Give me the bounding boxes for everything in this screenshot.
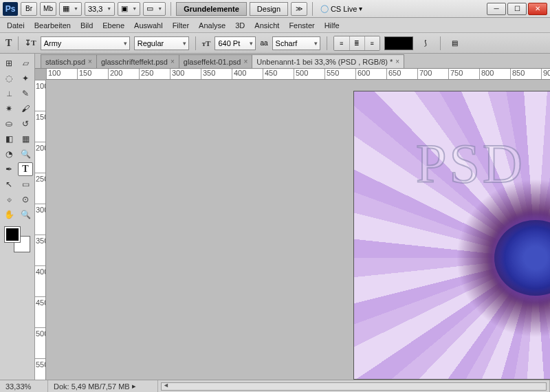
bridge-button[interactable]: Br — [21, 2, 37, 16]
divider — [195, 36, 196, 50]
healing-tool[interactable]: ✷ — [1, 102, 16, 116]
document-tab[interactable]: statisch.psd× — [41, 54, 97, 68]
menu-ebene[interactable]: Ebene — [102, 21, 124, 30]
flower-center — [494, 220, 550, 296]
move-tool[interactable]: ⊞ — [1, 56, 16, 70]
menu-3d[interactable]: 3D — [235, 21, 245, 30]
font-size-icon: тT — [202, 39, 211, 47]
document-tab[interactable]: glasschrifteffekt.psd× — [96, 54, 179, 68]
text-align-group: ≡ ≣ ≡ — [333, 36, 380, 51]
antialias-dropdown[interactable]: Scharf — [272, 36, 320, 50]
pen-tool[interactable]: ✒ — [1, 162, 16, 176]
title-bar: Ps Br Mb ▦ 33,3 ▣ ▭ Grundelemente Design… — [0, 0, 550, 18]
close-button[interactable]: ✕ — [528, 3, 547, 15]
doc-size: Dok: 5,49 MB/7,57 MB ▸ — [48, 380, 158, 392]
workspace: ⊞▱ ◌✦ ⟂✎ ✷🖌 ⛀↺ ◧▦ ◔🔍 ✒T ↖▭ ⟐⊙ ✋🔍 statisc… — [0, 54, 550, 380]
menu-analyse[interactable]: Analyse — [199, 21, 226, 30]
text-color-swatch[interactable] — [384, 36, 413, 50]
menu-datei[interactable]: Datei — [7, 21, 25, 30]
foreground-color-swatch[interactable] — [5, 227, 20, 242]
image-content: PSD ⌶ — [353, 91, 550, 380]
status-bar: 33,33% Dok: 5,49 MB/7,57 MB ▸ — [0, 380, 550, 392]
tool-panel: ⊞▱ ◌✦ ⟂✎ ✷🖌 ⛀↺ ◧▦ ◔🔍 ✒T ↖▭ ⟐⊙ ✋🔍 — [0, 54, 35, 380]
align-center-button[interactable]: ≣ — [349, 36, 364, 50]
gradient-tool[interactable]: ▦ — [18, 132, 33, 146]
horizontal-ruler: 1001502002503003504004505005506006507007… — [46, 69, 550, 80]
divider — [170, 2, 171, 16]
font-size-dropdown[interactable]: 640 Pt — [214, 36, 256, 50]
watermark-text: PSD — [416, 133, 525, 195]
stamp-tool[interactable]: ⛀ — [1, 117, 16, 131]
cslive-icon: ◯ — [320, 4, 329, 13]
screenmode-dropdown[interactable]: ▭ — [143, 2, 166, 16]
dodge-tool[interactable]: 🔍 — [18, 147, 33, 161]
photoshop-logo: Ps — [3, 2, 18, 16]
document-tab[interactable]: glaseffekt-01.psd× — [179, 54, 252, 68]
antialias-label: aa — [260, 39, 267, 47]
menu-bild[interactable]: Bild — [80, 21, 93, 30]
zoom-level[interactable]: 33,33% — [0, 380, 48, 392]
eyedropper-tool[interactable]: ✎ — [18, 87, 33, 100]
menu-filter[interactable]: Filter — [173, 21, 189, 30]
history-brush-tool[interactable]: ↺ — [18, 117, 33, 131]
menu-ansicht[interactable]: Ansicht — [254, 21, 279, 30]
maximize-button[interactable]: ☐ — [507, 3, 527, 15]
hand-tool[interactable]: ✋ — [1, 208, 16, 221]
font-style-dropdown[interactable]: Regular — [134, 36, 189, 50]
zoom-tool[interactable]: 🔍 — [18, 208, 33, 221]
type-tool-icon: T — [6, 38, 12, 49]
warp-text-button[interactable]: ⟆ — [417, 36, 434, 50]
divider — [18, 36, 19, 50]
document-tab[interactable]: Unbenannt-1 bei 33,3% (PSD , RGB/8) *× — [252, 54, 404, 68]
vertical-ruler: 1001502002503003504004505005506006507007… — [35, 80, 46, 380]
divider — [327, 36, 327, 50]
crop-tool[interactable]: ⟂ — [1, 87, 16, 100]
minibridge-button[interactable]: Mb — [40, 2, 56, 16]
workspace-tab-design[interactable]: Design — [250, 2, 288, 16]
brush-tool[interactable]: 🖌 — [18, 102, 33, 116]
lasso-tool[interactable]: ◌ — [1, 72, 16, 85]
align-right-button[interactable]: ≡ — [364, 36, 380, 50]
type-tool[interactable]: T — [18, 162, 33, 176]
document-area: statisch.psd×glasschrifteffekt.psd×glase… — [35, 54, 550, 380]
3d-tool[interactable]: ⟐ — [1, 193, 16, 206]
canvas[interactable]: PSD ⌶ — [46, 80, 550, 380]
zoom-dropdown[interactable]: 33,3 — [85, 2, 115, 16]
orientation-icon[interactable]: ↧T — [25, 39, 36, 47]
cslive-button[interactable]: ◯ CS Live ▾ — [318, 2, 365, 16]
marquee-tool[interactable]: ▱ — [18, 56, 33, 70]
workspace-more-button[interactable]: ≫ — [291, 2, 307, 16]
character-panel-button[interactable]: ▤ — [447, 36, 463, 50]
arrange-dropdown[interactable]: ▣ — [118, 2, 140, 16]
menu-bar: DateiBearbeitenBildEbeneAuswahlFilterAna… — [0, 18, 550, 33]
color-swatches[interactable] — [5, 227, 30, 252]
layout-dropdown[interactable]: ▦ — [59, 2, 82, 16]
document-tabs: statisch.psd×glasschrifteffekt.psd×glase… — [35, 54, 550, 69]
close-tab-icon[interactable]: × — [243, 58, 248, 65]
close-tab-icon[interactable]: × — [170, 58, 175, 65]
magic-wand-tool[interactable]: ✦ — [18, 72, 33, 85]
blur-tool[interactable]: ◔ — [1, 147, 16, 161]
3d-camera-tool[interactable]: ⊙ — [18, 193, 33, 206]
font-family-dropdown[interactable]: Army — [41, 36, 130, 50]
align-left-button[interactable]: ≡ — [334, 36, 349, 50]
close-tab-icon[interactable]: × — [88, 58, 92, 65]
workspace-tab-essentials[interactable]: Grundelemente — [176, 2, 247, 16]
menu-bearbeiten[interactable]: Bearbeiten — [34, 21, 71, 30]
eraser-tool[interactable]: ◧ — [1, 132, 16, 146]
divider — [312, 2, 313, 16]
close-tab-icon[interactable]: × — [395, 58, 399, 65]
options-bar: T ↧T Army Regular тT 640 Pt aa Scharf ≡ … — [0, 33, 550, 54]
minimize-button[interactable]: ─ — [487, 3, 506, 15]
divider — [440, 36, 441, 50]
menu-fenster[interactable]: Fenster — [289, 21, 314, 30]
shape-tool[interactable]: ▭ — [18, 177, 33, 191]
menu-auswahl[interactable]: Auswahl — [134, 21, 163, 30]
menu-hilfe[interactable]: Hilfe — [324, 21, 340, 30]
path-select-tool[interactable]: ↖ — [1, 177, 16, 191]
horizontal-scrollbar[interactable] — [161, 382, 547, 391]
